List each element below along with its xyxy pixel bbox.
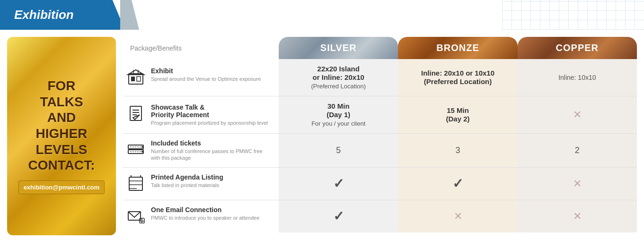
checkmark-icon: ✓ (452, 176, 463, 191)
silver-cell: ✓ (279, 200, 398, 232)
benefit-title: Printed Agenda Listing (151, 173, 223, 181)
bronze-cell: 3 (398, 134, 517, 168)
bronze-column-header: BRONZE (398, 37, 517, 59)
bronze-cell: 15 Min(Day 2) (398, 96, 517, 134)
agenda-icon (125, 173, 146, 194)
benefit-title: Exhibit (151, 67, 261, 75)
bronze-cell: Inline: 20x10 or 10x10(Preferred Locatio… (398, 59, 517, 96)
sidebar-cta-text: FOR TALKS AND HIGHER LEVELS CONTACT: (14, 78, 109, 173)
copper-cell: 2 (518, 134, 637, 168)
exhibit-icon (125, 67, 146, 88)
bronze-cell: ✕ (398, 200, 517, 232)
benefit-desc: Number of full conference passes to PMWC… (151, 148, 272, 162)
tickets-icon (125, 139, 146, 160)
checkmark-icon: ✓ (333, 176, 344, 191)
table-row: Showcase Talk &Priority Placement Progra… (123, 96, 637, 134)
main-content: FOR TALKS AND HIGHER LEVELS CONTACT: exh… (0, 30, 644, 240)
benefit-desc: Talk listed in printed materials (151, 182, 223, 189)
silver-cell: 22x20 Islandor Inline: 20x10(Preferred L… (279, 59, 398, 96)
x-icon: ✕ (573, 109, 582, 120)
copper-cell: ✕ (518, 96, 637, 134)
x-icon: ✕ (573, 178, 582, 189)
showcase-icon (125, 103, 146, 124)
page-header: Exhibition (0, 0, 644, 30)
benefit-desc: PMWC to introduce you to speaker or atte… (151, 214, 259, 221)
page-title: Exhibition (14, 8, 74, 22)
copper-cell: ✕ (518, 167, 637, 200)
silver-tier-label: SILVER (279, 37, 398, 59)
benefit-desc: Program placement priortized by sponsors… (151, 120, 268, 126)
header-blue-band: Exhibition (0, 0, 125, 30)
benefit-cell-email: One Email Connection PMWC to introduce y… (123, 200, 279, 232)
x-icon: ✕ (573, 210, 582, 222)
benefits-table-area: Package/Benefits SILVER BRONZE COPPER (123, 37, 637, 235)
bronze-tier-label: BRONZE (398, 37, 517, 59)
benefit-cell-agenda: Printed Agenda Listing Talk listed in pr… (123, 167, 279, 200)
table-row: Printed Agenda Listing Talk listed in pr… (123, 167, 637, 200)
svg-point-16 (141, 151, 143, 153)
email-icon (125, 206, 146, 227)
header-gray-accent (120, 0, 139, 30)
copper-column-header: COPPER (518, 37, 637, 59)
benefit-title: One Email Connection (151, 206, 259, 214)
copper-cell: Inline: 10x10 (518, 59, 637, 96)
bronze-cell: ✓ (398, 167, 517, 200)
benefit-cell-exhibit: Exhibit Spread around the Venue to Optim… (123, 59, 279, 96)
silver-cell: 30 Min(Day 1)For you / your client (279, 96, 398, 134)
benefit-cell-showcase: Showcase Talk &Priority Placement Progra… (123, 96, 279, 134)
benefits-table: Package/Benefits SILVER BRONZE COPPER (123, 37, 637, 232)
table-header-row: Package/Benefits SILVER BRONZE COPPER (123, 37, 637, 59)
benefit-cell-tickets: Included tickets Number of full conferen… (123, 134, 279, 168)
copper-tier-label: COPPER (518, 37, 637, 59)
silver-column-header: SILVER (279, 37, 398, 59)
svg-point-15 (141, 146, 143, 148)
svg-marker-10 (133, 115, 140, 120)
benefit-title: Showcase Talk &Priority Placement (151, 103, 268, 119)
benefit-desc: Spread around the Venue to Optimize expo… (151, 76, 261, 82)
table-row: One Email Connection PMWC to introduce y… (123, 200, 637, 232)
package-column-header: Package/Benefits (123, 37, 279, 59)
x-icon: ✕ (454, 210, 462, 222)
header-bg-decoration (502, 0, 644, 30)
checkmark-icon: ✓ (333, 209, 344, 223)
table-row: Included tickets Number of full conferen… (123, 134, 637, 168)
silver-cell: 5 (279, 134, 398, 168)
contact-sidebar: FOR TALKS AND HIGHER LEVELS CONTACT: exh… (7, 37, 116, 235)
silver-cell: ✓ (279, 167, 398, 200)
svg-rect-2 (137, 77, 141, 81)
copper-cell: ✕ (518, 200, 637, 232)
sidebar-email[interactable]: exhibition@pmwcintl.com (18, 180, 105, 194)
benefit-title: Included tickets (151, 139, 272, 147)
svg-rect-1 (131, 77, 135, 81)
table-row: Exhibit Spread around the Venue to Optim… (123, 59, 637, 96)
